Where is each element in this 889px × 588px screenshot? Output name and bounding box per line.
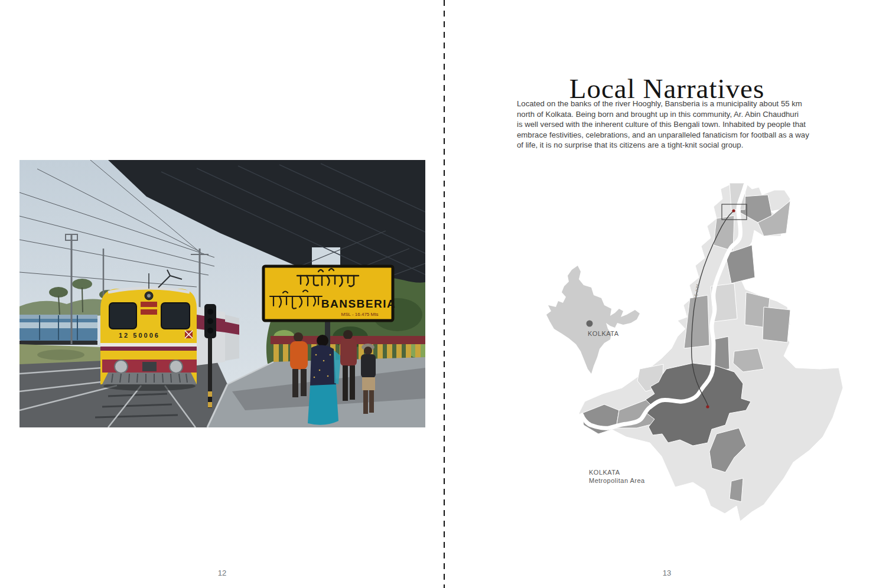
intro-line: of life, it is no surprise that its citi…	[517, 140, 848, 151]
intro-line: embrace festivities, celebrations, and a…	[517, 130, 848, 141]
train-number: 12 50006	[119, 332, 160, 339]
intro-line: Located on the banks of the river Hooghl…	[517, 99, 848, 109]
kolkata-dot-india	[587, 321, 593, 327]
windshield-left	[109, 303, 136, 329]
bansberia-dot	[732, 209, 735, 212]
station-photo: 12 50006	[19, 160, 425, 427]
kolkata-map-figure: KOLKATA 55 KM	[522, 174, 858, 528]
page-number-right: 13	[445, 569, 889, 577]
metro-label-line2: Metropolitan Area	[589, 477, 645, 484]
india-inset-map: KOLKATA	[546, 266, 640, 374]
page-number-left: 12	[0, 569, 444, 577]
bushes	[37, 349, 84, 360]
blue-train	[19, 315, 97, 345]
kolkata-map: KOLKATA 55 KM	[522, 174, 858, 528]
intro-line: north of Kolkata. Being born and brought…	[517, 109, 848, 120]
metro-label-line1: KOLKATA	[589, 469, 620, 476]
station-msl-note: MSL - 16.475 Mts	[341, 312, 379, 317]
india-kolkata-label: KOLKATA	[588, 330, 619, 337]
station-photo-illustration: 12 50006	[19, 160, 425, 427]
intro-line: is well versed with the inherent culture…	[517, 119, 848, 130]
kolkata-dot-metro	[706, 405, 709, 408]
india-silhouette	[546, 266, 640, 374]
intro-paragraph: Located on the banks of the river Hooghl…	[517, 99, 848, 151]
windshield-right	[161, 303, 190, 329]
station-name-english: BANSBERIA	[321, 298, 396, 310]
